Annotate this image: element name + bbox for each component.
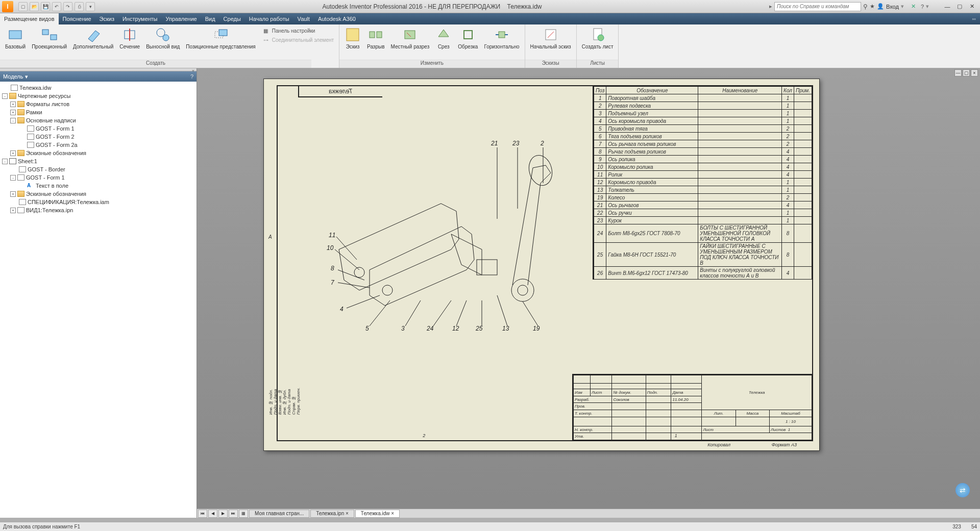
- close-button[interactable]: ✕: [966, 2, 978, 11]
- break-button[interactable]: Разрыв: [364, 26, 387, 50]
- base-view-button[interactable]: Базовый: [2, 26, 29, 50]
- qat-more-icon[interactable]: ▾: [86, 2, 95, 11]
- auxiliary-view-button[interactable]: Дополнительный: [70, 26, 116, 50]
- tree-node[interactable]: Тележка.idw: [2, 84, 194, 92]
- qat-print-icon[interactable]: ⎙: [75, 2, 84, 11]
- tree-node[interactable]: -Основные надписи: [2, 116, 194, 124]
- tab-view[interactable]: Вид: [201, 13, 219, 24]
- doc-tab-idw[interactable]: Тележка.idw ×: [355, 510, 400, 518]
- tab-nav-next[interactable]: ▶: [218, 510, 228, 518]
- tree-node[interactable]: GOST - Form 1: [2, 124, 194, 133]
- help-icon[interactable]: ?: [921, 4, 924, 10]
- tree-toggle-icon[interactable]: +: [10, 150, 16, 156]
- group-sheets-label: Листы: [577, 60, 619, 68]
- group-create-label: Создать: [0, 60, 311, 68]
- tab-manage[interactable]: Управление: [162, 13, 201, 24]
- tab-nav-first[interactable]: ⏮: [198, 510, 207, 518]
- section-view-button[interactable]: Сечение: [116, 26, 143, 50]
- tab-getstarted[interactable]: Начало работы: [245, 13, 293, 24]
- qat-undo-icon[interactable]: ↶: [52, 2, 61, 11]
- tree-node[interactable]: -GOST - Form 1: [2, 173, 194, 182]
- tree-node[interactable]: СПЕЦИФИКАЦИЯ:Тележка.iam: [2, 198, 194, 206]
- drawing-canvas[interactable]: — ▢ × Тележка Инв. № подл.Подп. и датаВз…: [197, 68, 980, 518]
- canvas-close-icon[interactable]: ×: [971, 69, 978, 77]
- qat-redo-icon[interactable]: ↷: [63, 2, 72, 11]
- tree-toggle-icon[interactable]: -: [10, 118, 16, 123]
- tree-toggle-icon[interactable]: +: [10, 102, 16, 107]
- qat-save-icon[interactable]: 💾: [41, 2, 50, 11]
- tree-toggle-icon[interactable]: -: [2, 159, 8, 164]
- menu-bar: Размещение видов Пояснение Эскиз Инструм…: [0, 13, 980, 24]
- callout-7: 7: [331, 279, 334, 286]
- file-icon: [19, 199, 26, 205]
- tab-tools[interactable]: Инструменты: [118, 13, 162, 24]
- tree-node[interactable]: +ВИД1:Тележка.ipn: [2, 206, 194, 214]
- new-sheet-button[interactable]: Создать лист: [579, 26, 617, 50]
- model-panel-header[interactable]: Модель ▾ ?: [0, 71, 197, 82]
- tab-environments[interactable]: Среды: [219, 13, 245, 24]
- cell-desig: Подъемный узел: [606, 110, 698, 117]
- crop-button[interactable]: Обрезка: [455, 26, 481, 50]
- share-button[interactable]: ⇄: [955, 483, 970, 497]
- detail-view-button[interactable]: Выносной вид: [143, 26, 183, 50]
- file-icon: [27, 142, 34, 148]
- tree-toggle-icon[interactable]: +: [10, 208, 16, 213]
- tree-node[interactable]: GOST - Form 2: [2, 133, 194, 141]
- tree-toggle-icon[interactable]: +: [10, 110, 16, 115]
- tree-label: GOST - Border: [28, 166, 65, 172]
- minimize-button[interactable]: —: [941, 2, 953, 11]
- tab-nav-last[interactable]: ⏭: [229, 510, 238, 518]
- cell-pos: 5: [594, 125, 606, 133]
- cell-note: [794, 194, 812, 201]
- tree-node[interactable]: AТекст в поле: [2, 182, 194, 190]
- panel-settings-button[interactable]: ▦ Панель настройки: [262, 27, 334, 35]
- tree-node[interactable]: +Рамки: [2, 108, 194, 116]
- tree-node[interactable]: -Sheet:1: [2, 157, 194, 165]
- tree-node[interactable]: +Эскизные обозначения: [2, 190, 194, 198]
- status-coord-y: 54: [971, 524, 977, 529]
- login-label[interactable]: Вход: [886, 4, 899, 10]
- search-icon[interactable]: ⚲: [863, 3, 868, 10]
- model-tree[interactable]: Тележка.idw-Чертежные ресурсы+Форматы ли…: [0, 82, 197, 518]
- canvas-maximize-icon[interactable]: ▢: [963, 69, 970, 77]
- tree-toggle-icon[interactable]: -: [10, 175, 16, 181]
- tree-toggle-icon[interactable]: +: [10, 191, 16, 197]
- menu-expand-icon[interactable]: ◦◦: [968, 13, 980, 24]
- tree-node[interactable]: +Эскизные обозначения: [2, 149, 194, 157]
- svg-line-31: [338, 283, 370, 288]
- cell-name: БОЛТЫ С ШЕСТИГРАННОЙ УМЕНЬШЕННОЙ ГОЛОВКО…: [698, 224, 782, 243]
- tab-vault[interactable]: Vault: [293, 13, 314, 24]
- panel-collapse-icon[interactable]: ?: [190, 73, 193, 80]
- doc-tab-ipn[interactable]: Тележка.ipn ×: [310, 510, 354, 518]
- qat-open-icon[interactable]: 📂: [30, 2, 39, 11]
- horizontal-button[interactable]: Горизонтально: [481, 26, 522, 50]
- tree-node[interactable]: -Чертежные ресурсы: [2, 92, 194, 100]
- canvas-minimize-icon[interactable]: —: [954, 69, 962, 77]
- star-icon[interactable]: ★: [870, 3, 875, 10]
- projected-view-button[interactable]: Проекционный: [29, 26, 70, 50]
- sketch-button[interactable]: Эскиз: [341, 26, 364, 50]
- doc-tab-home[interactable]: Моя главная стран...: [249, 510, 309, 518]
- connector-button: ⊶ Соединительный элемент: [262, 36, 334, 44]
- tree-label: Чертежные ресурсы: [18, 93, 70, 99]
- tab-placement[interactable]: Размещение видов: [0, 13, 59, 24]
- cell-note: [794, 156, 812, 163]
- overlay-view-button[interactable]: Позиционные представления: [183, 26, 258, 50]
- tab-nav-list[interactable]: ▦: [239, 510, 248, 518]
- tab-sketch[interactable]: Эскиз: [95, 13, 118, 24]
- tab-a360[interactable]: Autodesk A360: [314, 13, 360, 24]
- user-icon[interactable]: 👤: [877, 3, 884, 10]
- tree-toggle-icon[interactable]: -: [2, 93, 8, 99]
- start-sketch-button[interactable]: Начальный эскиз: [527, 26, 574, 50]
- qat-new-icon[interactable]: ▢: [18, 2, 28, 11]
- exchange-icon[interactable]: ✕: [911, 3, 916, 10]
- slice-button[interactable]: Срез: [432, 26, 455, 50]
- tree-node[interactable]: +Форматы листов: [2, 100, 194, 108]
- tab-annotate[interactable]: Пояснение: [59, 13, 95, 24]
- breakout-button[interactable]: Местный разрез: [388, 26, 433, 50]
- tree-node[interactable]: GOST - Border: [2, 165, 194, 173]
- tab-nav-prev[interactable]: ◀: [208, 510, 217, 518]
- maximize-button[interactable]: ▢: [953, 2, 966, 11]
- help-search-input[interactable]: [774, 2, 861, 11]
- tree-node[interactable]: GOST - Form 2a: [2, 141, 194, 149]
